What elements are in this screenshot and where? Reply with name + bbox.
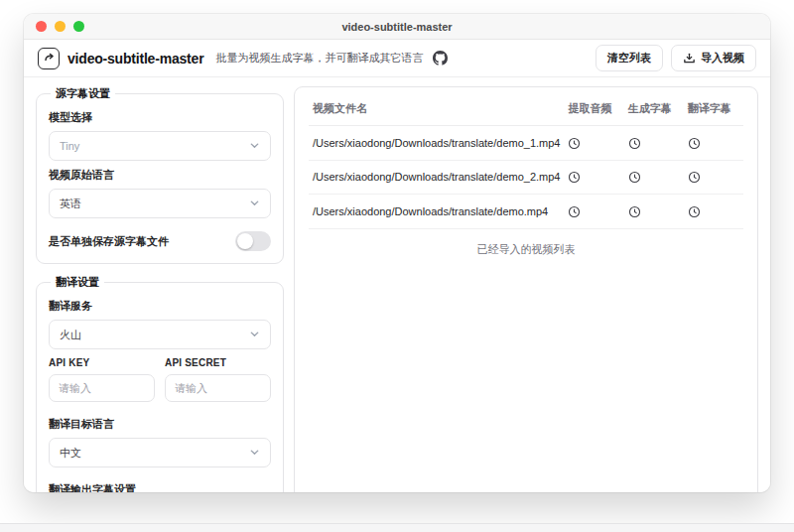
pending-status-icon bbox=[628, 205, 641, 218]
chevron-down-icon bbox=[249, 329, 260, 341]
column-generate-subtitle: 生成字幕 bbox=[624, 91, 684, 126]
desktop-bottom-strip bbox=[0, 523, 794, 532]
model-select-label: 模型选择 bbox=[49, 110, 271, 125]
clear-list-label: 清空列表 bbox=[607, 51, 651, 66]
api-key-input[interactable] bbox=[49, 374, 155, 402]
source-settings-legend: 源字幕设置 bbox=[51, 86, 115, 101]
column-filename: 视频文件名 bbox=[309, 91, 564, 126]
original-language-label: 视频原始语言 bbox=[49, 168, 271, 183]
video-file-path: /Users/xiaodong/Downloads/translate/demo… bbox=[309, 195, 564, 229]
column-extract-audio: 提取音频 bbox=[564, 91, 623, 126]
translation-service-value: 火山 bbox=[60, 328, 81, 342]
target-language-label: 翻译目标语言 bbox=[49, 417, 271, 432]
github-icon[interactable] bbox=[433, 51, 448, 66]
pending-status-icon bbox=[628, 171, 641, 184]
pending-status-icon bbox=[688, 171, 701, 184]
chevron-down-icon bbox=[249, 140, 260, 153]
translation-service-select[interactable]: 火山 bbox=[49, 320, 271, 349]
app-window: video-subtitle-master video-subtitle-mas… bbox=[24, 14, 770, 492]
chevron-down-icon bbox=[249, 198, 260, 210]
main-content: 源字幕设置 模型选择 Tiny 视频原始语言 英语 是否单独保存源字幕文 bbox=[24, 77, 770, 492]
api-key-cell: API KEY bbox=[49, 349, 155, 402]
api-secret-label: API SECRET bbox=[165, 357, 271, 368]
pending-status-icon bbox=[688, 205, 701, 218]
import-icon bbox=[683, 52, 696, 65]
video-table: 视频文件名 提取音频 生成字幕 翻译字幕 /Users/xiaodong/Dow… bbox=[309, 91, 743, 229]
save-source-subtitle-row: 是否单独保存源字幕文件 bbox=[49, 231, 271, 251]
window-title: video-subtitle-master bbox=[24, 21, 770, 33]
toggle-knob bbox=[237, 233, 253, 249]
table-row: /Users/xiaodong/Downloads/translate/demo… bbox=[309, 195, 743, 229]
pending-status-icon bbox=[568, 137, 581, 150]
settings-sidebar: 源字幕设置 模型选择 Tiny 视频原始语言 英语 是否单独保存源字幕文 bbox=[36, 86, 284, 492]
model-select-value: Tiny bbox=[60, 140, 79, 152]
model-select[interactable]: Tiny bbox=[49, 131, 271, 161]
api-key-label: API KEY bbox=[49, 357, 155, 368]
import-video-button[interactable]: 导入视频 bbox=[671, 45, 756, 71]
video-file-path: /Users/xiaodong/Downloads/translate/demo… bbox=[309, 160, 564, 195]
api-secret-input[interactable] bbox=[165, 374, 271, 402]
source-subtitle-settings-group: 源字幕设置 模型选择 Tiny 视频原始语言 英语 是否单独保存源字幕文 bbox=[36, 86, 284, 264]
target-language-select[interactable]: 中文 bbox=[49, 438, 271, 467]
api-credentials-row: API KEY API SECRET bbox=[49, 349, 271, 402]
output-mode-label: 翻译输出字幕设置 bbox=[49, 482, 271, 492]
app-logo-icon bbox=[38, 48, 60, 69]
titlebar: video-subtitle-master bbox=[24, 14, 770, 40]
app-header: video-subtitle-master 批量为视频生成字幕，并可翻译成其它语… bbox=[24, 40, 770, 77]
app-title: video-subtitle-master bbox=[67, 51, 203, 66]
pending-status-icon bbox=[688, 137, 701, 150]
translation-settings-group: 翻译设置 翻译服务 火山 API KEY API SECRET bbox=[36, 275, 284, 492]
pending-status-icon bbox=[568, 171, 581, 184]
original-language-value: 英语 bbox=[60, 197, 81, 211]
clear-list-button[interactable]: 清空列表 bbox=[596, 45, 663, 71]
table-row: /Users/xiaodong/Downloads/translate/demo… bbox=[309, 160, 743, 195]
translation-service-label: 翻译服务 bbox=[49, 299, 271, 314]
api-secret-cell: API SECRET bbox=[165, 349, 271, 402]
table-row: /Users/xiaodong/Downloads/translate/demo… bbox=[309, 126, 743, 161]
pending-status-icon bbox=[628, 137, 641, 150]
translation-settings-legend: 翻译设置 bbox=[51, 275, 104, 290]
original-language-select[interactable]: 英语 bbox=[49, 189, 271, 218]
target-language-value: 中文 bbox=[60, 446, 81, 461]
save-source-subtitle-toggle[interactable] bbox=[235, 231, 271, 251]
pending-status-icon bbox=[568, 205, 581, 218]
column-translate-subtitle: 翻译字幕 bbox=[684, 91, 743, 126]
video-table-header: 视频文件名 提取音频 生成字幕 翻译字幕 bbox=[309, 91, 743, 126]
header-actions: 清空列表 导入视频 bbox=[596, 45, 756, 71]
video-file-path: /Users/xiaodong/Downloads/translate/demo… bbox=[309, 126, 564, 161]
import-video-label: 导入视频 bbox=[701, 51, 744, 66]
video-list-panel: 视频文件名 提取音频 生成字幕 翻译字幕 /Users/xiaodong/Dow… bbox=[294, 86, 758, 492]
imported-videos-caption: 已经导入的视频列表 bbox=[309, 242, 743, 257]
save-source-subtitle-label: 是否单独保存源字幕文件 bbox=[49, 234, 169, 249]
chevron-down-icon bbox=[249, 447, 260, 460]
app-subtitle: 批量为视频生成字幕，并可翻译成其它语言 bbox=[215, 51, 423, 66]
